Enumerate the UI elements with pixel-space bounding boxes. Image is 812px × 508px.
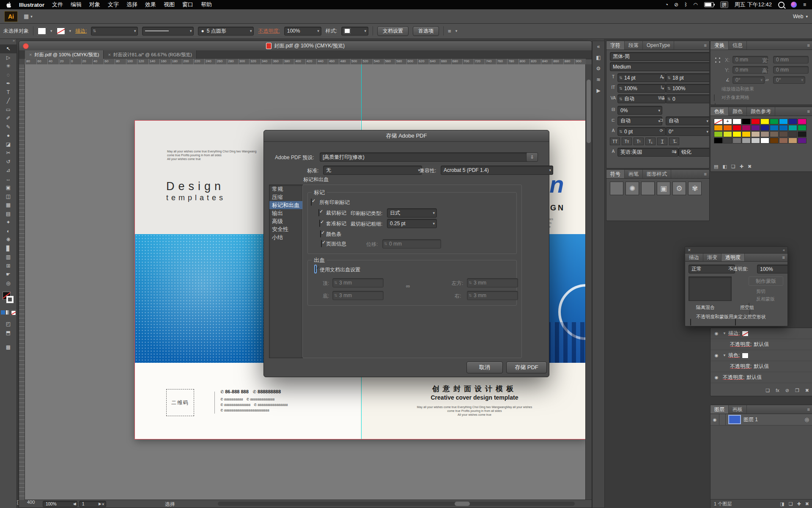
control-panel-caret-icon[interactable]: ▾ [455,29,458,33]
stroke-panel-link[interactable]: 描边: [75,28,87,35]
stroke-attribute-link[interactable]: 描边: [728,330,740,337]
delete-swatch-icon[interactable]: ✖ [748,164,752,169]
document-tab[interactable]: × 封面.pdf @ 100% (CMYK/预览) [25,50,104,59]
gradient-tool[interactable]: ▤ [0,210,16,218]
apple-logo-icon[interactable] [6,2,11,8]
panel-close-icon[interactable]: ✕ [688,248,691,252]
pencil-tool[interactable]: ✎ [0,123,16,132]
shape-builder-tool[interactable]: ◫ [0,192,16,201]
menu-item[interactable]: 视图 [164,1,175,8]
color-swatch[interactable] [714,119,723,124]
color-mode-buttons[interactable] [0,310,16,315]
color-button[interactable] [1,310,5,315]
trim-weight-dropdown[interactable]: 0.25 pt [387,219,437,228]
wifi-icon[interactable]: ◠ [693,2,697,8]
save-pdf-button[interactable]: 存储 PDF [506,362,547,373]
font-style-field[interactable]: Medium [610,62,710,71]
bluetooth-icon[interactable]: ᛒ [684,2,687,8]
panel-tab[interactable]: 色板 [710,107,729,116]
symbol-blue-ribbon[interactable] [610,182,623,195]
panel-menu-icon[interactable]: ≡ [780,254,787,261]
graph-tool[interactable]: ▊ [0,244,16,253]
menu-item[interactable]: 文件 [52,1,63,8]
delete-item-icon[interactable]: ✖ [805,388,809,393]
dialog-section-item[interactable]: 常规 [269,185,302,193]
duplicate-item-icon[interactable]: ❐ [795,388,799,393]
layout-switcher-icon[interactable]: ▦ [24,13,29,19]
symbol-red-flower[interactable]: ✾ [688,182,702,195]
panel-menu-icon[interactable]: ≡ [805,41,812,50]
zoom-field[interactable]: 100% [43,501,77,507]
slice-tool[interactable]: ⊞ [0,262,16,271]
appearance-stroke-row[interactable]: ◉ ▼ 描边: [710,328,812,339]
character-rotation-field[interactable]: 0° [666,127,710,136]
type-style-button[interactable]: T̶ [669,138,679,145]
close-tab-icon[interactable]: × [108,52,110,57]
panel-tab[interactable]: 透明度 [721,254,745,261]
appearance-fill-opacity-row[interactable]: 不透明度: 默认值 [710,361,812,372]
layout-switcher-caret-icon[interactable]: ▾ [30,14,33,19]
panel-collapse-icon[interactable]: « [783,248,785,252]
brush-definition-field[interactable]: ● 5 点圆形 [198,27,254,36]
document-titlebar[interactable]: 封面.pdf @ 100% (CMYK/预览) [19,41,592,51]
color-swatch[interactable] [714,131,723,137]
eraser-tool[interactable]: ◪ [0,140,16,149]
swatch-kinds-icon[interactable]: ◧ [722,164,727,169]
variable-width-profile-field[interactable] [142,27,194,36]
spotlight-icon[interactable] [778,2,785,8]
rectangle-tool[interactable]: ▭ [0,105,16,114]
fill-attribute-link[interactable]: 填色: [728,352,740,359]
color-swatch[interactable] [788,138,797,144]
panel-menu-icon[interactable]: ≡ [702,170,709,178]
type-tool[interactable]: T [0,88,16,97]
expand-row-icon[interactable]: ▼ [723,331,726,335]
panel-tab[interactable]: 变换 [710,41,729,50]
color-swatch[interactable] [779,138,788,144]
dialog-section-item[interactable]: 安全性 [269,225,302,233]
mesh-tool[interactable]: ▦ [0,201,16,210]
color-swatch[interactable] [798,119,807,124]
preset-dropdown[interactable]: [高质量打印](修改) [320,152,533,162]
menu-item[interactable]: 效果 [145,1,156,8]
panel-tab[interactable]: 画笔 [625,170,643,178]
width-tool[interactable]: ↔ [0,175,16,184]
panel-tab[interactable]: 段落 [625,41,643,50]
color-swatch[interactable] [788,125,797,131]
horizontal-ruler[interactable]: 8060402002040608010012014016018020022024… [25,59,586,65]
collapse-dock-icon[interactable]: « [593,41,604,52]
color-swatch[interactable] [751,138,760,144]
zoom-tool[interactable]: ◎ [0,279,16,288]
menu-item[interactable]: 选择 [126,1,137,8]
language-field[interactable]: 英语:美国 [617,148,678,157]
scale-tool[interactable]: ⊿ [0,166,16,175]
menu-item[interactable]: 对象 [89,1,100,8]
dialog-section-item[interactable]: 小结 [269,233,302,241]
registration-marks-checkbox[interactable] [319,220,320,227]
page-information-checkbox[interactable] [321,240,322,247]
compatibility-dropdown[interactable]: Acrobat 5 (PDF 1.4) [441,166,553,175]
new-swatch-group-icon[interactable]: ❏ [731,164,735,169]
vertical-ruler[interactable] [19,64,25,500]
pen-tool[interactable]: ✒ [0,79,16,88]
color-swatch[interactable] [779,119,788,124]
fill-attribute-swatch[interactable] [742,353,749,359]
horizontal-scroll-thumb[interactable] [455,502,470,506]
blend-tool[interactable]: ◐ [0,227,16,236]
stroke-attribute-swatch[interactable] [742,331,749,337]
color-swatch[interactable] [760,125,769,131]
aki-before-field[interactable]: 自动 [617,116,662,125]
menu-item[interactable]: 窗口 [182,1,193,8]
menubar-app-name[interactable]: Illustrator [19,2,44,8]
transparency-opacity-field[interactable]: 100% [757,265,788,273]
appearance-stroke-opacity-row[interactable]: 不透明度: 默认值 [710,339,812,350]
panel-menu-icon[interactable]: ≡ [805,405,812,414]
dock-play-icon[interactable]: ▶ [593,85,604,96]
window-close-button[interactable] [23,43,29,49]
color-swatch[interactable] [770,138,779,144]
color-swatch[interactable] [723,138,732,144]
font-family-field[interactable]: 黑体-简 [610,52,710,61]
layer-row[interactable]: ◉ 图层 1 ◎ [710,414,812,425]
display-icon[interactable]: ◔ [665,2,668,8]
stroke-color-swatch[interactable] [57,28,65,35]
make-clip-mask-icon[interactable]: ◨ [780,501,784,507]
